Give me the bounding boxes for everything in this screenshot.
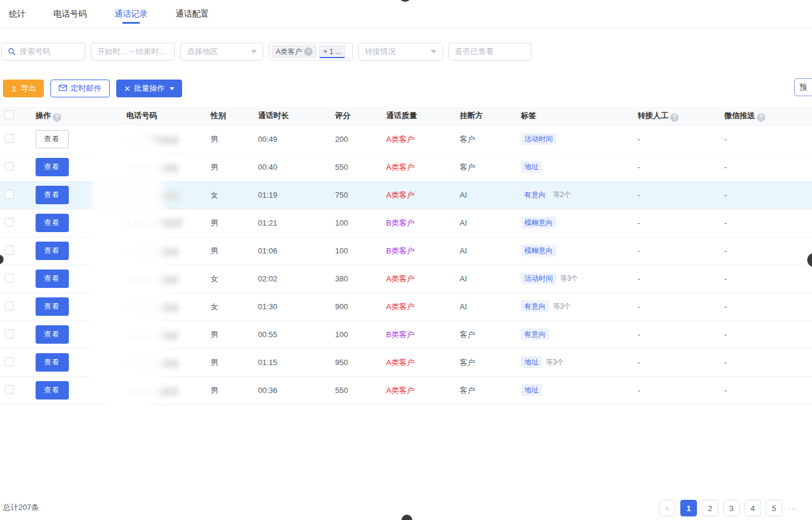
view-button[interactable]: 查看 [36,381,69,399]
header-quality: 通话质量 [377,107,450,125]
duration-value: 01:19 [258,191,278,199]
wechat-push-value: - [724,302,727,311]
selected-quality-chip: A类客户 × [272,45,317,58]
gender-value: 男 [211,218,218,227]
page-button-4[interactable]: 4 [744,500,761,516]
tag-more-label: 等3个 [553,302,571,310]
hangup-party-value: 客户 [460,163,475,172]
date-range-placeholder: 开始时... ~ 结束时... [97,46,165,57]
tab-bar: 统计 电话号码 通话记录 通话配置 [0,0,812,28]
page-button-5[interactable]: 5 [766,500,782,516]
quality-badge: A类客户 [386,163,415,172]
remove-chip-icon[interactable]: × [304,47,313,56]
header-action: 操作? [26,107,117,125]
view-button[interactable]: 查看 [36,297,69,316]
gender-value: 男 [211,246,218,255]
duration-value: 01:15 [258,358,278,367]
viewed-placeholder: 是否已查看 [455,46,493,57]
duration-value: 00:49 [258,135,278,144]
tag-chip: 有意向 [521,328,549,340]
view-button[interactable]: 查看 [36,325,69,344]
tag-chip: 地址 [521,356,542,368]
row-checkbox[interactable] [5,385,14,394]
row-checkbox[interactable] [5,162,14,171]
selection-handle [402,515,412,520]
blurred-phone-block [128,248,179,256]
table-header-row: 操作? 电话号码 性别 通话时长 评分 通话质量 挂断方 标签 转接人工? 微信… [0,107,812,125]
page-button-2[interactable]: 2 [702,500,718,516]
table-row: 查看 女 01:19 750 A类客户 AI 有意向等2个 - - [0,181,812,209]
wechat-push-value: - [724,135,727,144]
help-icon[interactable]: ? [757,113,765,122]
search-placeholder: 搜索号码 [20,46,50,57]
transfer-placeholder: 转接情况 [365,46,396,57]
date-range-input[interactable]: 开始时... ~ 结束时... [91,43,175,61]
table-row: 查看 男 01:15 950 A类客户 客户 地址等3个 - - [0,348,812,376]
search-input[interactable]: 搜索号码 [1,43,85,61]
more-pages-ellipsis[interactable]: ··· [787,504,799,513]
select-all-checkbox[interactable] [5,110,14,119]
page-button-1[interactable]: 1 [680,500,697,516]
batch-operations-button[interactable]: ✕ 批量操作 [116,80,182,97]
row-checkbox[interactable] [5,246,14,255]
view-button[interactable]: 查看 [36,242,69,260]
quality-multi-select[interactable]: A类客户 × + 1 ... [269,43,353,61]
gender-value: 男 [211,330,218,339]
viewed-select[interactable]: 是否已查看 [448,43,531,61]
blurred-phone-block [128,331,179,340]
gender-value: 男 [211,386,218,395]
gender-value: 男 [211,135,218,144]
row-checkbox[interactable] [5,274,14,283]
score-value: 950 [335,358,348,367]
help-icon[interactable]: ? [53,113,61,122]
region-select[interactable]: 选择地区 [180,43,263,61]
preview-button-clipped[interactable]: 预 [794,78,812,96]
row-checkbox[interactable] [5,357,14,366]
row-checkbox[interactable] [5,134,14,143]
more-quality-chip[interactable]: + 1 ... [319,45,345,58]
transfer-value: - [638,386,640,395]
phone-number-blurred [126,359,179,368]
transfer-value: - [638,191,640,199]
hangup-party-value: AI [460,191,467,199]
duration-value: 01:30 [258,302,278,311]
transfer-value: - [638,330,640,339]
scheduled-mail-button[interactable]: 定时邮件 [50,80,110,97]
duration-value: 02:02 [258,274,278,283]
row-checkbox[interactable] [5,302,14,310]
row-checkbox[interactable] [5,329,14,338]
duration-value: 01:21 [258,218,278,227]
view-button[interactable]: 查看 [36,269,69,288]
transfer-value: - [638,163,640,172]
table-row: 查看 男 00:40 550 A类客户 客户 地址 - - [0,153,812,181]
view-button[interactable]: 查看 [36,130,69,148]
filter-bar: 搜索号码 开始时... ~ 结束时... 选择地区 A类客户 × + 1 ...… [0,28,812,61]
page-button-3[interactable]: 3 [723,500,740,516]
view-button[interactable]: 查看 [36,186,69,204]
gender-value: 男 [211,358,218,367]
hangup-party-value: AI [460,218,467,227]
tag-chip: 有意向 [521,300,549,312]
row-checkbox[interactable] [5,190,14,199]
view-button[interactable]: 查看 [36,353,69,372]
score-value: 550 [335,163,348,172]
tab-phone-numbers[interactable]: 电话号码 [53,0,87,28]
export-button[interactable]: ⇫ 导出 [3,80,44,97]
hangup-party-value: 客户 [460,330,475,339]
view-button[interactable]: 查看 [36,214,69,232]
prev-page-button[interactable]: < [659,500,676,516]
tab-call-config[interactable]: 通话配置 [176,0,209,28]
row-checkbox[interactable] [5,218,14,227]
table-row: 查看 女 01:30 900 A类客户 AI 有意向等3个 - - [0,293,812,321]
tab-statistics[interactable]: 统计 [9,0,26,28]
help-icon[interactable]: ? [670,113,679,122]
blurred-phone-block [128,164,179,173]
blurred-phone-block [128,136,179,145]
gender-value: 女 [211,302,218,311]
transfer-select[interactable]: 转接情况 [358,43,443,61]
transfer-value: - [638,358,640,367]
gender-value: 男 [211,163,218,172]
tag-chip: 地址 [521,384,542,396]
view-button[interactable]: 查看 [36,158,69,176]
tab-call-records[interactable]: 通话记录 [114,0,148,28]
